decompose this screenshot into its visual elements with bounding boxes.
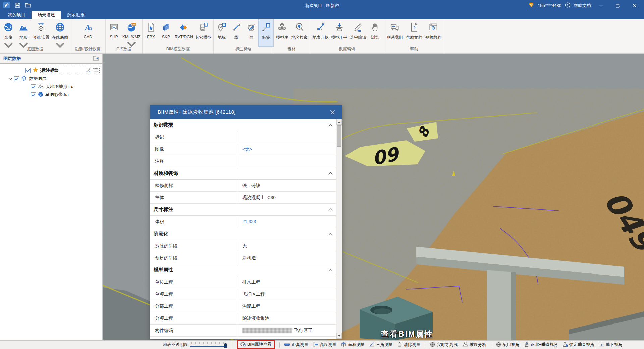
tab-my-projects[interactable]: 我的项目 xyxy=(2,11,32,19)
dialog-close-icon[interactable] xyxy=(328,107,337,117)
property-value[interactable] xyxy=(238,155,336,167)
collapse-chevron-icon[interactable] xyxy=(328,122,333,128)
tab-presentation[interactable]: 演示汇报 xyxy=(61,11,91,19)
slider-handle[interactable] xyxy=(224,343,227,348)
collapse-chevron-icon[interactable] xyxy=(328,207,333,212)
scroll-up-arrow[interactable] xyxy=(336,119,342,125)
property-row[interactable]: 图像 <无> xyxy=(150,143,336,155)
video-tutorial-button[interactable]: 视频教程 xyxy=(424,19,442,46)
scrollbar-track[interactable] xyxy=(336,147,342,333)
area-measure-button[interactable]: 面积测量 xyxy=(341,342,365,348)
collapse-chevron-icon[interactable] xyxy=(328,171,333,176)
dialog-scrollbar[interactable] xyxy=(336,119,342,339)
layer-row-terrain[interactable]: 天地图地形.lrc xyxy=(0,83,102,91)
place-search-button[interactable]: 地名搜索 xyxy=(290,19,309,46)
tag-button[interactable]: T 标签 xyxy=(259,19,273,46)
edit-pencil-icon[interactable] xyxy=(86,67,91,73)
property-row[interactable]: 主体 现浇混凝土_C30 xyxy=(150,192,336,204)
project-view-button[interactable]: 项目视角 xyxy=(496,342,520,348)
property-row[interactable]: 创建的阶段 新构造 xyxy=(150,252,336,264)
terrain-button[interactable]: 地形 xyxy=(16,19,31,46)
cad-button[interactable]: A CAD xyxy=(80,19,95,46)
terrain-dig-button[interactable]: 地表开挖 xyxy=(312,19,330,46)
property-row[interactable]: 单位工程 排水工程 xyxy=(150,276,336,288)
layer-checkbox[interactable] xyxy=(25,68,31,73)
expander-chevron-icon[interactable] xyxy=(9,76,12,81)
property-row[interactable]: 标记 xyxy=(150,131,336,143)
property-value[interactable]: 现浇混凝土_C30 xyxy=(238,192,336,203)
model-library-button[interactable]: 模型库 xyxy=(275,19,289,46)
property-row[interactable]: 分项工程 除冰液收集池 xyxy=(150,312,336,325)
layer-row-imagery[interactable]: 星图影像.lra xyxy=(0,91,102,99)
realtime-contour-button[interactable]: 实时等高线 xyxy=(430,342,458,348)
property-row[interactable]: 单项工程 飞行区工程 xyxy=(150,288,336,300)
online-basemap-button[interactable]: 在线底图 xyxy=(51,19,69,46)
tab-scene-build[interactable]: 场景搭建 xyxy=(32,11,61,19)
underground-view-button[interactable]: 地下视角 xyxy=(599,342,623,348)
property-value[interactable]: -飞行区工 xyxy=(238,325,336,336)
property-value[interactable]: 排水工程 xyxy=(238,276,336,288)
layer-checkbox[interactable] xyxy=(31,84,36,89)
list-icon[interactable] xyxy=(93,68,98,73)
shp-button[interactable]: SHP xyxy=(107,19,121,46)
property-value[interactable]: 飞行区工程 xyxy=(238,288,336,300)
oblique-photogrammetry-button[interactable]: 倾斜/实景 xyxy=(31,19,50,46)
scrollbar-thumb[interactable] xyxy=(337,125,341,147)
help-doc-button[interactable]: ? 帮助文档 xyxy=(405,19,423,46)
section-header[interactable]: 标识数据 xyxy=(150,119,336,131)
collapse-chevron-icon[interactable] xyxy=(328,267,333,272)
north-vertical-view-button[interactable]: 正北+垂直视角 xyxy=(524,342,558,348)
placemark-button[interactable]: T 地标 xyxy=(214,19,229,46)
height-measure-button[interactable]: 高度测量 xyxy=(313,342,336,348)
browse-button[interactable]: 浏览 xyxy=(368,19,382,46)
slider-track[interactable] xyxy=(190,346,227,347)
kml-kmz-button[interactable]: KML KML/KMZ xyxy=(121,19,141,46)
property-row[interactable]: 构件编码 -飞行区工 xyxy=(150,325,336,337)
rvt-dgn-button[interactable]: RVT/DGN xyxy=(174,19,194,46)
property-row[interactable]: 分部工程 沟涵工程 xyxy=(150,300,336,312)
triangle-measure-button[interactable]: 三角测量 xyxy=(369,342,393,348)
property-row[interactable]: 检修爬梯 铁，铸铁 xyxy=(150,180,336,192)
lock-vertical-view-button[interactable]: 锁定垂直视角 xyxy=(563,342,594,348)
help-doc-link[interactable]: 帮助文档 xyxy=(574,3,591,9)
layer-checkbox[interactable] xyxy=(31,92,36,97)
layer-row-data-group[interactable]: 数据图层 xyxy=(0,74,102,83)
layer-row-annotation[interactable]: 标注标绘 xyxy=(0,66,102,74)
property-value[interactable]: <无> xyxy=(238,143,336,155)
dialog-header[interactable]: BIIM属性- 除冰液收集池 [642118] xyxy=(150,105,342,119)
other-model-button[interactable]: T 其它模型 xyxy=(194,19,212,46)
skp-button[interactable]: SKP xyxy=(159,19,173,46)
open-project-button[interactable] xyxy=(25,2,31,9)
section-header[interactable]: 模型属性 xyxy=(150,264,336,276)
edit-selected-button[interactable]: 选中编辑 xyxy=(349,19,367,46)
fbx-button[interactable]: FBX xyxy=(144,19,158,46)
property-value[interactable] xyxy=(238,131,336,143)
user-account-label[interactable]: 155****4480 xyxy=(538,3,561,8)
layer-checkbox[interactable] xyxy=(14,76,19,81)
section-header[interactable]: 阶段化 xyxy=(150,228,336,240)
contact-us-button[interactable]: 联系我们 xyxy=(386,19,404,46)
add-folder-icon[interactable] xyxy=(93,55,99,62)
property-value[interactable]: 无 xyxy=(238,240,336,252)
property-value[interactable]: 21.323 xyxy=(238,216,336,228)
property-row[interactable]: 拆除的阶段 无 xyxy=(150,240,336,252)
minimize-button[interactable] xyxy=(594,0,608,11)
property-row[interactable]: 体积 21.323 xyxy=(150,216,336,228)
restore-button[interactable] xyxy=(611,0,625,11)
property-value[interactable]: 除冰液收集池 xyxy=(238,312,336,324)
scroll-down-arrow[interactable] xyxy=(336,333,342,339)
line-button[interactable]: 线 xyxy=(229,19,244,46)
opacity-slider[interactable] xyxy=(190,342,227,348)
property-value[interactable]: 沟涵工程 xyxy=(238,300,336,312)
collapse-chevron-icon[interactable] xyxy=(328,231,333,236)
save-button[interactable] xyxy=(15,2,20,9)
slope-analysis-button[interactable]: 坡度分析 xyxy=(463,342,486,348)
model-flatten-button[interactable]: 模型压平 xyxy=(330,19,348,46)
clear-measure-button[interactable]: 清除测量 xyxy=(397,342,420,348)
section-header[interactable]: 材质和装饰 xyxy=(150,167,336,180)
imagery-button[interactable]: 影像 xyxy=(1,19,16,46)
polygon-button[interactable]: 面 xyxy=(244,19,259,46)
bim-property-dialog[interactable]: BIIM属性- 除冰液收集池 [642118] 标识数据 标记 图像 <无> xyxy=(150,105,342,339)
property-value[interactable]: 铁，铸铁 xyxy=(238,180,336,191)
property-row[interactable]: 注释 xyxy=(150,155,336,167)
